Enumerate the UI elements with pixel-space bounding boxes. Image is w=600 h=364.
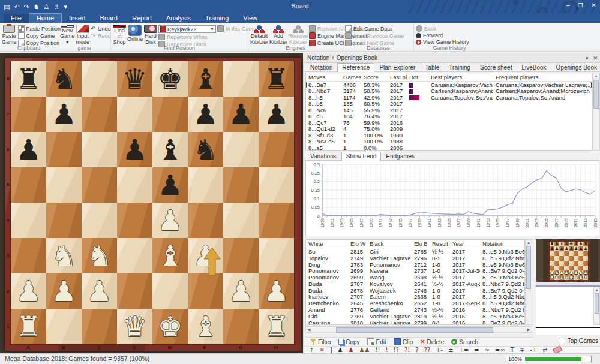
piece-wr[interactable]: ♜ — [11, 309, 46, 344]
filter-button[interactable]: Filter — [310, 339, 331, 345]
new-game-button[interactable]: New Game ▾ — [60, 24, 75, 45]
tab-notation[interactable]: Notation — [305, 63, 337, 71]
board-square[interactable] — [259, 203, 294, 238]
paste-game-button[interactable]: Paste Game — [2, 24, 17, 45]
board-square[interactable] — [117, 203, 152, 238]
board-square[interactable]: ♟ — [188, 238, 223, 273]
tab-reference[interactable]: Reference — [337, 63, 374, 72]
piece-wp[interactable]: ♟ — [188, 238, 223, 273]
piece-wp[interactable]: ♟ — [259, 273, 294, 309]
board-square[interactable] — [188, 203, 223, 238]
moves-table-row[interactable]: 8...Nbd7317450.5%2017Carlsen;Kasparov;An… — [306, 88, 592, 95]
board-square[interactable]: ♟ — [223, 273, 259, 309]
piece-wp[interactable]: ♟ — [11, 273, 46, 309]
ribbon-tab-home[interactable]: Home — [29, 13, 62, 23]
board-square[interactable]: ♛ — [117, 61, 152, 97]
games-table-row[interactable]: Duda2678Wojtaszek27461-020178...Be7 9.Qd… — [306, 287, 524, 294]
board-square[interactable]: ♟ — [188, 97, 223, 132]
remove-kibitzer-button[interactable]: Remove Kibitzer — [289, 24, 308, 45]
piece-bq[interactable]: ♛ — [117, 61, 152, 97]
moves-table-row[interactable]: 8...b518560.5%2017 — [306, 101, 592, 107]
load-previous-game-button[interactable]: Load Previous Game — [345, 32, 404, 39]
redo-button[interactable]: ↷Redo — [91, 32, 111, 39]
board-square[interactable]: ♞ — [46, 238, 82, 273]
board-square[interactable]: ♟ — [11, 273, 46, 309]
moves-table-row[interactable]: 8...Be7448650.3%2017Caruana;Kasparov;Vac… — [306, 82, 592, 88]
moves-table-scrollbar[interactable]: ▲ — [592, 73, 600, 151]
board-square[interactable] — [223, 132, 259, 167]
board-square[interactable] — [82, 203, 117, 238]
annotation-symbol-button[interactable]: !? — [394, 347, 399, 353]
annotation-symbol-button[interactable]: ↑ — [309, 347, 314, 353]
add-kibitzer-button[interactable]: Add Kibitzer — [269, 24, 287, 45]
default-kibitzer-button[interactable]: Default Kibitzer — [250, 24, 268, 45]
games-table-row[interactable]: Duda2707Kovalyov2641½-½2017-Aug-208...Nb… — [306, 281, 524, 287]
ribbon-tab-analysis[interactable]: Analysis — [159, 14, 198, 23]
games-table-row[interactable]: Giri2769Vachier Lagrave2819½-½20168...e5… — [306, 313, 524, 320]
book-combo[interactable]: Reykjavik72 ▼ — [158, 25, 216, 33]
moves-table-row[interactable]: 8...Qc77659.9%2016 — [306, 119, 592, 126]
chess-board[interactable]: ♜♞♛♚♝♜♟♟♟♟♟♟♝♞♟♟♞♞♝♟♟♟♟♟♟♜♛♚♝♜ — [11, 61, 294, 344]
ribbon-tab-training[interactable]: Training — [198, 14, 236, 23]
annotation-symbol-button[interactable]: ∞ — [485, 347, 490, 353]
board-square[interactable]: ♞ — [188, 132, 223, 167]
annotation-symbol-button[interactable]: ✕ — [319, 347, 324, 353]
board-square[interactable] — [117, 238, 152, 273]
moves-table-row[interactable]: 8...Nc3-d51100.0%1988 — [306, 139, 592, 145]
games-table-hscrollbar[interactable]: ◀▶ — [305, 326, 532, 333]
games-table-row[interactable]: Topalov2749Vachier Lagrave27960-120178..… — [306, 255, 524, 261]
board-square[interactable] — [152, 97, 188, 132]
annotation-symbol-button[interactable]: ♟ — [349, 347, 354, 353]
annotation-symbol-button[interactable]: =∞ — [495, 347, 505, 353]
board-square[interactable] — [152, 273, 188, 309]
board-square[interactable] — [46, 167, 82, 203]
copy-game-button[interactable]: Copy Game — [18, 32, 61, 39]
annotation-symbol-button[interactable]: ⇄ — [542, 347, 547, 353]
annotation-symbol-button[interactable]: ♟♟ — [359, 347, 370, 353]
board-square[interactable] — [117, 273, 152, 309]
games-table-row[interactable]: Demchenko2645Areshchenko26521-02017-Sep-… — [306, 300, 524, 306]
moves-table-row[interactable]: 8...Qd1-d2475.0%2009 — [306, 126, 592, 133]
board-square[interactable]: ♟ — [117, 132, 152, 167]
annotation-symbol-button[interactable]: += — [459, 347, 469, 353]
delete-button[interactable]: ✕Delete — [420, 339, 444, 345]
board-square[interactable]: ♟ — [46, 273, 82, 309]
piece-bk[interactable]: ♚ — [152, 61, 188, 97]
annotation-symbol-button[interactable]: ?! — [404, 347, 410, 353]
games-table-header[interactable]: WhiteElo WBlackElo BResultYearNotation — [306, 240, 524, 248]
annotation-symbol-button[interactable]: !! — [376, 347, 380, 353]
board-square[interactable] — [117, 167, 152, 203]
annotation-symbol-button[interactable]: Ŧ — [511, 347, 514, 353]
annotation-symbol-button[interactable]: = — [474, 347, 479, 353]
piece-bp[interactable]: ♟ — [117, 132, 152, 167]
clip-button[interactable]: Clip — [394, 338, 413, 345]
piece-bn[interactable]: ♞ — [46, 61, 82, 97]
tab-table[interactable]: Table — [420, 63, 444, 71]
board-square[interactable] — [82, 167, 117, 203]
board-square[interactable]: ♟ — [152, 203, 188, 238]
board-square[interactable]: ♜ — [259, 61, 294, 97]
moves-table-row[interactable]: 8...a510.0%2006 — [306, 145, 592, 151]
close-button[interactable]: ✕ — [592, 0, 596, 11]
paste-position-button[interactable]: Paste Position — [18, 25, 61, 32]
restore-button[interactable]: ❐ — [578, 0, 583, 11]
board-square[interactable] — [11, 167, 46, 203]
board-square[interactable] — [11, 97, 46, 132]
tab-variations[interactable]: Variations — [305, 152, 341, 160]
moves-table-row[interactable]: 8...d510476.4%2017 — [306, 113, 592, 120]
piece-bp[interactable]: ♟ — [152, 167, 188, 203]
search-button[interactable]: ▶Search — [451, 339, 478, 345]
piece-wn[interactable]: ♞ — [82, 238, 117, 273]
copy-button[interactable]: Copy — [338, 339, 359, 345]
piece-bp[interactable]: ♟ — [46, 97, 82, 132]
moves-table-row[interactable]: 8...Nc614555.9%2017 — [306, 107, 592, 113]
board-square[interactable]: ♟ — [11, 132, 46, 167]
board-square[interactable]: ♜ — [11, 309, 46, 344]
view-game-history-button[interactable]: View Game History — [416, 39, 469, 45]
board-square[interactable] — [82, 61, 117, 97]
annotation-symbol-button[interactable]: ∓ — [520, 347, 524, 353]
games-table-row[interactable]: Anand2776Gelfand2743½-½20168...Nbd7 9.Qd… — [306, 306, 524, 313]
piece-wr[interactable]: ♜ — [259, 309, 294, 344]
board-square[interactable] — [188, 167, 223, 203]
piece-wp[interactable]: ♟ — [82, 273, 117, 309]
